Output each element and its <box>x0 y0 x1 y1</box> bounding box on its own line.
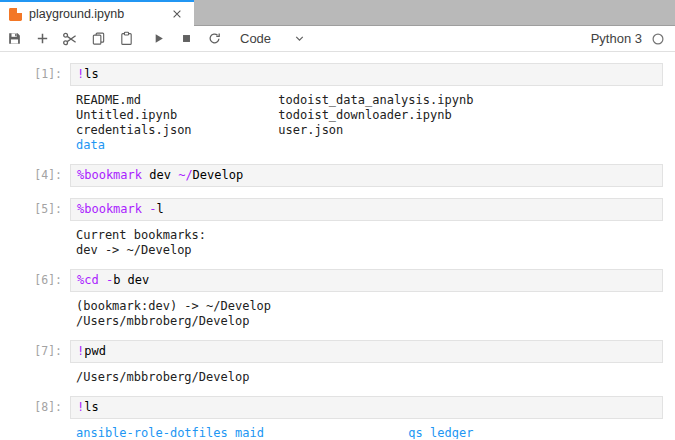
plus-icon <box>35 31 50 46</box>
cell-output: /Users/mbbroberg/Develop <box>70 370 663 385</box>
output-token <box>264 426 409 439</box>
close-icon <box>171 8 183 20</box>
kernel-idle-circle-icon <box>651 32 665 46</box>
output-line: dev -> ~/Develop <box>76 243 663 258</box>
output-token: (bookmark:dev) -> ~/Develop <box>76 299 271 313</box>
restart-kernel-button[interactable] <box>200 27 228 51</box>
cell-prompt: [5]: <box>0 198 70 221</box>
interrupt-kernel-button[interactable] <box>172 27 200 51</box>
cell-output: README.md todoist_data_analysis.ipynbUnt… <box>70 93 663 153</box>
code-token: ls <box>84 67 98 81</box>
cell-output: ansible-role-dotfiles maid qs_ledger <box>70 426 663 439</box>
notebook-cell: [4]:%bookmark dev ~/Develop <box>0 164 675 187</box>
cell-input-editor[interactable]: %cd -b dev <box>70 269 663 292</box>
copy-icon <box>91 31 106 46</box>
output-line: credentials.json user.json <box>76 123 663 138</box>
cell-prompt: [8]: <box>0 396 70 419</box>
notebook-cell: [5]:%bookmark -lCurrent bookmarks:dev ->… <box>0 198 675 258</box>
notebook-cell: [8]:!lsansible-role-dotfiles maid qs_led… <box>0 396 675 439</box>
kernel-status-indicator <box>651 32 665 46</box>
insert-cell-button[interactable] <box>28 27 56 51</box>
copy-cells-button[interactable] <box>84 27 112 51</box>
output-token: maid <box>235 426 264 439</box>
toolbar: Code Python 3 <box>0 26 675 52</box>
output-token <box>228 426 235 439</box>
code-token: dev <box>142 168 178 182</box>
stop-icon <box>179 31 194 46</box>
save-icon <box>7 31 22 46</box>
paste-icon <box>119 31 134 46</box>
output-line: /Users/mbbroberg/Develop <box>76 370 663 385</box>
output-token: credentials.json user.json <box>76 123 343 137</box>
code-token: %bookmark <box>77 168 142 182</box>
output-token: dev -> ~/Develop <box>76 243 192 257</box>
kernel-name: Python 3 <box>591 31 642 46</box>
code-token: pwd <box>84 344 106 358</box>
code-token: b dev <box>113 273 149 287</box>
output-line: Current bookmarks: <box>76 228 663 243</box>
chevron-down-icon <box>293 32 306 45</box>
output-line: Untitled.ipynb todoist_downloader.ipynb <box>76 108 663 123</box>
tab-bar: playground.ipynb <box>0 0 675 26</box>
output-line: data <box>76 138 663 153</box>
output-token: data <box>76 138 105 152</box>
notebook-cell: [7]:!pwd/Users/mbbroberg/Develop <box>0 340 675 385</box>
code-token: ~/ <box>178 168 192 182</box>
code-token: - <box>149 202 156 216</box>
cell-prompt: [7]: <box>0 340 70 363</box>
code-token: l <box>157 202 164 216</box>
output-token: README.md todoist_data_analysis.ipynb <box>76 93 473 107</box>
code-token: %bookmark <box>77 202 142 216</box>
tab-playground[interactable]: playground.ipynb <box>0 0 194 26</box>
toolbar-buttons <box>0 27 228 51</box>
cell-prompt: [6]: <box>0 269 70 292</box>
output-token: qs_ledger <box>408 426 473 439</box>
cut-cells-button[interactable] <box>56 27 84 51</box>
cell-input-editor[interactable]: %bookmark -l <box>70 198 663 221</box>
output-line: /Users/mbbroberg/Develop <box>76 314 663 329</box>
notebook-icon <box>9 8 22 21</box>
output-line: README.md todoist_data_analysis.ipynb <box>76 93 663 108</box>
cell-input-editor[interactable]: !pwd <box>70 340 663 363</box>
cell-input-editor[interactable]: !ls <box>70 396 663 419</box>
cell-type-label: Code <box>240 31 271 46</box>
cell-type-dropdown[interactable]: Code <box>240 31 306 46</box>
cell-prompt: [1]: <box>0 63 70 86</box>
run-button[interactable] <box>144 27 172 51</box>
notebook-cell: [1]:!lsREADME.md todoist_data_analysis.i… <box>0 63 675 153</box>
tab-title: playground.ipynb <box>29 7 162 21</box>
play-icon <box>151 31 166 46</box>
save-button[interactable] <box>0 27 28 51</box>
output-line: ansible-role-dotfiles maid qs_ledger <box>76 426 663 439</box>
output-token: ansible-role-dotfiles <box>76 426 228 439</box>
notebook: [1]:!lsREADME.md todoist_data_analysis.i… <box>0 52 675 439</box>
cell-output: Current bookmarks:dev -> ~/Develop <box>70 228 663 258</box>
output-token: /Users/mbbroberg/Develop <box>76 314 249 328</box>
notebook-cells: [1]:!lsREADME.md todoist_data_analysis.i… <box>0 63 675 439</box>
output-line: (bookmark:dev) -> ~/Develop <box>76 299 663 314</box>
notebook-cell: [6]:%cd -b dev(bookmark:dev) -> ~/Develo… <box>0 269 675 329</box>
output-token: /Users/mbbroberg/Develop <box>76 370 249 384</box>
restart-icon <box>207 31 222 46</box>
cell-input-editor[interactable]: !ls <box>70 63 663 86</box>
code-token: %cd <box>77 273 99 287</box>
code-token <box>99 273 106 287</box>
output-token: Untitled.ipynb todoist_downloader.ipynb <box>76 108 452 122</box>
cell-prompt: [4]: <box>0 164 70 187</box>
cell-output: (bookmark:dev) -> ~/Develop/Users/mbbrob… <box>70 299 663 329</box>
cell-input-editor[interactable]: %bookmark dev ~/Develop <box>70 164 663 187</box>
output-token: Current bookmarks: <box>76 228 206 242</box>
scissors-icon <box>62 31 78 47</box>
tab-close-button[interactable] <box>169 6 185 22</box>
code-token: Develop <box>193 168 244 182</box>
paste-cells-button[interactable] <box>112 27 140 51</box>
code-token: ls <box>84 400 98 414</box>
